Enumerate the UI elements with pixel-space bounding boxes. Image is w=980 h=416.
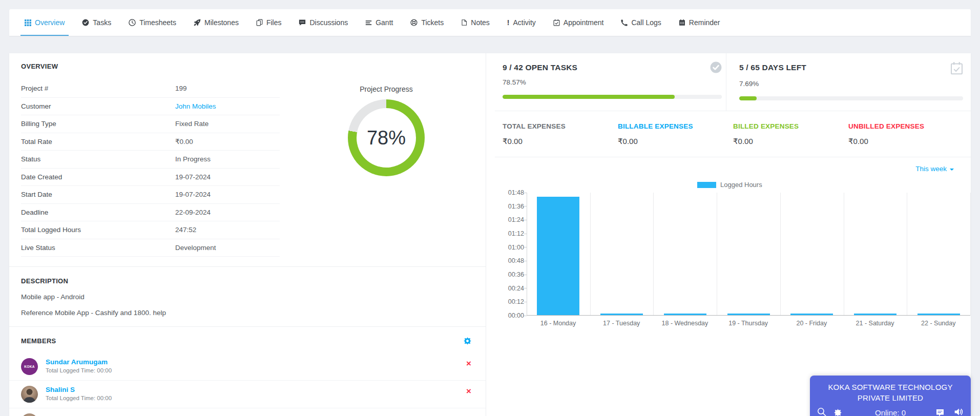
y-axis-tick bbox=[524, 193, 527, 193]
chevron-down-icon bbox=[950, 169, 954, 171]
member-name-link[interactable]: Sundar Arumugam bbox=[46, 358, 471, 366]
project-fields-table: Project #199CustomerJohn MobilesBilling … bbox=[21, 80, 280, 257]
expense-value: ₹0.00 bbox=[733, 137, 848, 146]
field-row: Billing TypeFixed Rate bbox=[21, 115, 280, 133]
tab-reminder[interactable]: Reminder bbox=[679, 9, 720, 36]
chat-widget[interactable]: KOKA SOFTWARE TECHNOLOGY PRIVATE LIMITED… bbox=[810, 376, 971, 416]
field-value: 19-07-2024 bbox=[175, 191, 211, 198]
y-axis-label: 01:48 bbox=[493, 189, 524, 196]
files-icon bbox=[256, 19, 263, 26]
members-settings-gear-icon[interactable] bbox=[464, 337, 471, 345]
field-value: ₹0.00 bbox=[175, 137, 193, 145]
field-value: 247:52 bbox=[175, 226, 196, 234]
tab-call-logs[interactable]: Call Logs bbox=[621, 9, 661, 36]
chart-legend[interactable]: Logged Hours bbox=[697, 181, 762, 189]
tab-tickets[interactable]: Tickets bbox=[410, 9, 444, 36]
avatar bbox=[21, 386, 38, 403]
x-axis-label: 18 - Wednesday bbox=[653, 320, 716, 327]
field-row: Live StatusDevelopment bbox=[21, 239, 280, 257]
expenses-row: TOTAL EXPENSES₹0.00BILLABLE EXPENSES₹0.0… bbox=[495, 111, 971, 157]
field-value: Development bbox=[175, 244, 216, 252]
field-label: Customer bbox=[21, 102, 175, 110]
tab-overview[interactable]: Overview bbox=[25, 9, 65, 36]
days-left-progressbar bbox=[739, 96, 963, 100]
days-left-stat: 5 / 65 DAYS LEFT 7.69% bbox=[726, 53, 971, 111]
x-axis-label: 16 - Monday bbox=[527, 320, 590, 327]
y-axis-tick bbox=[524, 247, 527, 247]
legend-label: Logged Hours bbox=[720, 181, 762, 189]
tab-appointment[interactable]: Appointment bbox=[553, 9, 604, 36]
expense-total-expenses: TOTAL EXPENSES₹0.00 bbox=[503, 122, 618, 157]
days-left-percent: 7.69% bbox=[739, 80, 963, 88]
member-row: × bbox=[9, 408, 486, 416]
tab-timesheets[interactable]: Timesheets bbox=[129, 9, 176, 36]
tab-label: Call Logs bbox=[631, 18, 661, 27]
remove-member-x-icon[interactable]: × bbox=[466, 387, 471, 396]
field-label: Total Rate bbox=[21, 138, 175, 145]
tab-label: Appointment bbox=[564, 18, 604, 27]
expense-billed-expenses: BILLED EXPENSES₹0.00 bbox=[733, 122, 848, 157]
chat-bubble-icon[interactable] bbox=[936, 409, 944, 416]
chart-range-selector[interactable]: This week bbox=[915, 165, 954, 173]
y-axis-tick bbox=[524, 206, 527, 206]
customer-link[interactable]: John Mobiles bbox=[175, 102, 216, 110]
tab-notes[interactable]: Notes bbox=[461, 9, 490, 36]
y-axis-label: 00:24 bbox=[493, 285, 524, 292]
field-label: Billing Type bbox=[21, 120, 175, 128]
exclamation-icon: ! bbox=[507, 19, 510, 26]
description-section: DESCRIPTION Mobile app - Android Referen… bbox=[9, 266, 486, 317]
open-tasks-stat: 9 / 42 OPEN TASKS 78.57% bbox=[495, 53, 726, 111]
vertical-gridline bbox=[653, 193, 654, 316]
field-label: Status bbox=[21, 155, 175, 163]
tab-label: Gantt bbox=[376, 18, 393, 27]
stats-column: 9 / 42 OPEN TASKS 78.57% 5 / 65 DAYS LEF… bbox=[495, 53, 971, 416]
speaker-icon[interactable] bbox=[954, 407, 964, 416]
expense-label: UNBILLED EXPENSES bbox=[848, 122, 964, 130]
vertical-gridline bbox=[844, 193, 844, 316]
tab-label: Activity bbox=[513, 18, 536, 27]
tab-milestones[interactable]: Milestones bbox=[194, 9, 239, 36]
field-label: Total Logged Hours bbox=[21, 226, 175, 234]
x-axis-label: 20 - Friday bbox=[780, 320, 843, 327]
description-section-title: DESCRIPTION bbox=[21, 277, 474, 285]
tab-activity[interactable]: !Activity bbox=[507, 9, 536, 36]
field-row: Date Created19-07-2024 bbox=[21, 169, 280, 186]
field-value: 19-07-2024 bbox=[175, 173, 211, 181]
tab-label: Discussions bbox=[309, 18, 348, 27]
avatar bbox=[21, 413, 38, 416]
avatar: KOKA bbox=[21, 358, 38, 375]
tab-label: Milestones bbox=[204, 18, 239, 27]
chart-plot-area: 00:0000:1200:2400:3600:4801:0001:1201:24… bbox=[527, 193, 970, 316]
expense-label: BILLABLE EXPENSES bbox=[618, 122, 733, 130]
remove-member-x-icon[interactable]: × bbox=[466, 359, 471, 368]
description-line: Reference Mobile App - Cashify and 1800.… bbox=[21, 309, 474, 317]
field-value: 22-09-2024 bbox=[175, 209, 211, 216]
field-row: Deadline22-09-2024 bbox=[21, 204, 280, 222]
tab-discussions[interactable]: Discussions bbox=[299, 9, 348, 36]
tab-label: Reminder bbox=[689, 18, 720, 27]
chat-online-count: Online: 0 bbox=[810, 408, 971, 416]
project-tabbar: OverviewTasksTimesheetsMilestonesFilesDi… bbox=[9, 9, 971, 36]
tab-gantt[interactable]: Gantt bbox=[365, 9, 393, 36]
y-axis-label: 00:00 bbox=[493, 312, 524, 319]
tab-tasks[interactable]: Tasks bbox=[82, 9, 111, 36]
project-progress-donut: 78% bbox=[348, 99, 425, 176]
tab-files[interactable]: Files bbox=[256, 9, 282, 36]
y-axis-label: 01:24 bbox=[493, 216, 524, 223]
open-tasks-title: 9 / 42 OPEN TASKS bbox=[503, 61, 577, 72]
tab-label: Tickets bbox=[421, 18, 444, 27]
vertical-gridline bbox=[717, 193, 717, 316]
field-label: Date Created bbox=[21, 173, 175, 181]
member-name-link[interactable]: Shalini S bbox=[46, 386, 471, 393]
expense-billable-expenses: BILLABLE EXPENSES₹0.00 bbox=[618, 122, 733, 157]
y-axis-tick bbox=[524, 261, 527, 261]
stats-row: 9 / 42 OPEN TASKS 78.57% 5 / 65 DAYS LEF… bbox=[495, 53, 971, 111]
tab-label: Overview bbox=[35, 18, 65, 27]
grid-icon bbox=[25, 19, 31, 26]
calendar-check-icon bbox=[553, 19, 560, 26]
life-ring-icon bbox=[410, 19, 418, 26]
open-tasks-progressbar bbox=[503, 95, 722, 99]
field-value: In Progress bbox=[175, 155, 211, 163]
y-axis-label: 00:12 bbox=[493, 298, 524, 305]
project-progress-widget: Project Progress 78% bbox=[317, 85, 456, 176]
